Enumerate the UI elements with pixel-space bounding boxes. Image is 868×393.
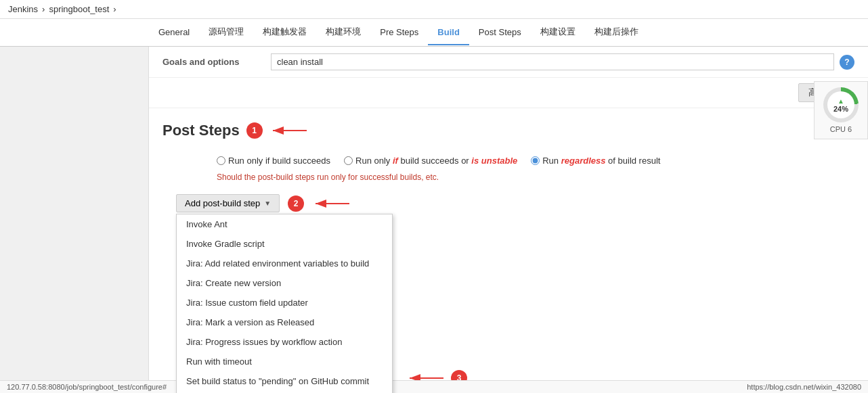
radio-succeeds[interactable]: [217, 156, 225, 165]
dropdown-item-jira-progress[interactable]: Jira: Progress issues by workflow action: [177, 332, 392, 352]
goals-row: Goals and options ?: [149, 47, 868, 78]
cpu-gauge: ▲ 24% CPU 6: [814, 81, 868, 139]
breadcrumb-sep1: ›: [42, 4, 45, 14]
tab-source[interactable]: 源码管理: [199, 19, 253, 46]
dropdown-menu: Invoke Ant Invoke Gradle script Jira: Ad…: [176, 214, 393, 393]
dropdown-item-jira-version[interactable]: Jira: Create new version: [177, 273, 392, 293]
advanced-row: 高级...: [149, 78, 868, 108]
tab-post-steps[interactable]: Post Steps: [469, 20, 531, 45]
add-step-label: Add post-build step: [185, 198, 260, 208]
tab-build-settings[interactable]: 构建设置: [531, 19, 585, 46]
add-step-wrapper: Add post-build step ▼ 2: [176, 194, 353, 212]
gauge-circle: ▲ 24%: [823, 87, 859, 122]
gauge-inner: ▲ 24%: [827, 91, 854, 118]
dropdown-item-run-timeout[interactable]: Run with timeout: [177, 352, 392, 371]
dropdown-item-jira-released[interactable]: Jira: Mark a version as Released: [177, 313, 392, 332]
post-steps-header: Post Steps 1: [162, 122, 854, 139]
breadcrumb-sep2: ›: [113, 4, 116, 14]
content-panel: Goals and options ? 高级... Post Steps 1: [149, 47, 868, 393]
status-bar: 120.77.0.58:8080/job/springboot_test/con…: [0, 380, 868, 393]
radio-option-succeeds[interactable]: Run only if build succeeds: [217, 156, 330, 166]
dropdown-item-invoke-gradle[interactable]: Invoke Gradle script: [177, 234, 392, 254]
helper-text: Should the post-build steps run only for…: [162, 170, 854, 185]
dropdown-item-invoke-ant[interactable]: Invoke Ant: [177, 214, 392, 234]
breadcrumb-bar: Jenkins › springboot_test ›: [0, 0, 868, 19]
post-steps-section: Post Steps 1 Run only if build succeeds: [149, 108, 868, 219]
tab-post-build[interactable]: 构建后操作: [585, 19, 648, 46]
tab-pre-steps[interactable]: Pre Steps: [370, 20, 428, 45]
arrow-annotation-2: [312, 197, 353, 210]
tab-triggers[interactable]: 构建触发器: [253, 19, 316, 46]
radio-group: Run only if build succeeds Run only if b…: [162, 152, 854, 170]
status-link: https://blog.csdn.net/wixin_432080: [747, 383, 861, 391]
cpu-up-arrow: ▲: [838, 97, 844, 105]
cpu-label: CPU 6: [830, 125, 852, 133]
tab-env[interactable]: 构建环境: [316, 19, 370, 46]
radio-unstable[interactable]: [344, 156, 353, 165]
tab-navigation: General 源码管理 构建触发器 构建环境 Pre Steps Build …: [0, 19, 868, 47]
status-url: 120.77.0.58:8080/job/springboot_test/con…: [7, 383, 167, 391]
radio-option-regardless[interactable]: Run regardless of build result: [531, 156, 660, 166]
goals-input[interactable]: [271, 53, 834, 70]
add-post-build-step-button[interactable]: Add post-build step ▼: [176, 194, 280, 212]
main-content: Goals and options ? 高级... Post Steps 1: [0, 47, 868, 393]
cpu-percent: 24%: [833, 105, 848, 113]
radio-unstable-label: Run only if build succeeds or is unstabl…: [355, 156, 517, 166]
project-link[interactable]: springboot_test: [49, 4, 109, 14]
annotation-1: 1: [246, 122, 263, 139]
jenkins-link[interactable]: Jenkins: [8, 4, 38, 14]
sidebar: [0, 47, 149, 393]
dropdown-item-jira-env[interactable]: Jira: Add related environment variables …: [177, 254, 392, 273]
tab-general[interactable]: General: [149, 20, 199, 45]
post-steps-title: Post Steps: [162, 122, 240, 139]
tab-build[interactable]: Build: [428, 20, 469, 45]
dropdown-item-set-status[interactable]: Set build status to "pending" on GitHub …: [177, 371, 392, 391]
goals-label: Goals and options: [162, 57, 271, 67]
dropdown-item-jira-custom[interactable]: Jira: Issue custom field updater: [177, 293, 392, 313]
radio-succeeds-label: Run only if build succeeds: [228, 156, 330, 166]
radio-regardless[interactable]: [531, 156, 540, 165]
arrow-annotation-1: [269, 124, 310, 137]
radio-option-unstable[interactable]: Run only if build succeeds or is unstabl…: [344, 156, 517, 166]
radio-regardless-label: Run regardless of build result: [542, 156, 660, 166]
dropdown-arrow-icon: ▼: [264, 200, 271, 207]
annotation-2: 2: [288, 195, 304, 212]
info-icon[interactable]: ?: [840, 55, 854, 70]
